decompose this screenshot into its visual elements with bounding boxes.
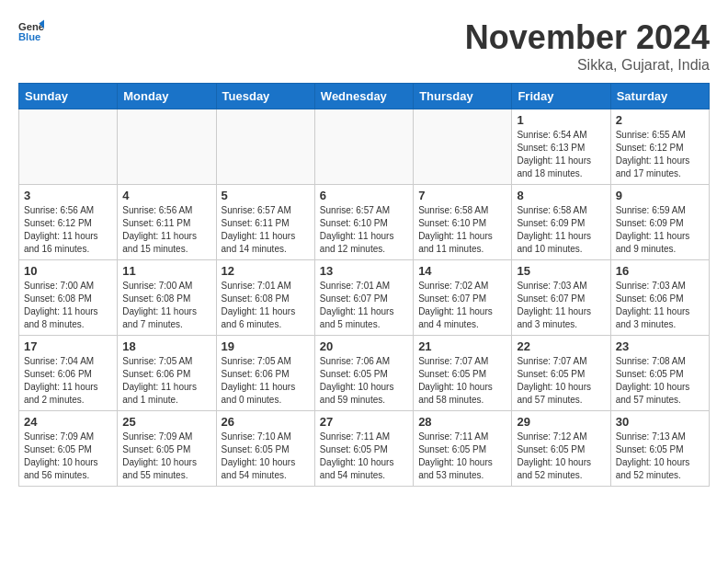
day-number: 17 [24,339,112,353]
calendar-cell: 19Sunrise: 7:05 AM Sunset: 6:06 PM Dayli… [216,336,314,411]
location-subtitle: Sikka, Gujarat, India [465,57,710,74]
calendar-cell [314,109,413,185]
calendar-cell: 29Sunrise: 7:12 AM Sunset: 6:05 PM Dayli… [512,411,610,487]
svg-text:General: General [18,21,44,32]
day-number: 1 [517,113,605,127]
day-number: 14 [418,264,506,278]
calendar-cell [216,109,314,185]
day-info: Sunrise: 6:56 AM Sunset: 6:11 PM Dayligh… [122,204,210,256]
calendar-week-3: 10Sunrise: 7:00 AM Sunset: 6:08 PM Dayli… [19,260,710,336]
weekday-header-row: SundayMondayTuesdayWednesdayThursdayFrid… [19,84,710,109]
day-number: 26 [222,415,310,429]
day-info: Sunrise: 7:08 AM Sunset: 6:05 PM Dayligh… [616,355,704,407]
day-number: 24 [24,415,112,429]
weekday-header-friday: Friday [512,84,610,109]
day-number: 9 [616,189,704,202]
calendar-cell: 11Sunrise: 7:00 AM Sunset: 6:08 PM Dayli… [118,260,216,336]
calendar-cell: 17Sunrise: 7:04 AM Sunset: 6:06 PM Dayli… [19,336,118,411]
day-info: Sunrise: 7:10 AM Sunset: 6:05 PM Dayligh… [222,431,310,482]
day-number: 16 [616,264,704,278]
day-number: 29 [517,415,605,429]
day-info: Sunrise: 7:03 AM Sunset: 6:07 PM Dayligh… [517,280,605,331]
day-number: 6 [320,189,408,202]
day-info: Sunrise: 7:00 AM Sunset: 6:08 PM Dayligh… [122,280,210,331]
calendar-cell: 12Sunrise: 7:01 AM Sunset: 6:08 PM Dayli… [216,260,314,336]
day-info: Sunrise: 7:06 AM Sunset: 6:05 PM Dayligh… [320,355,408,407]
month-title: November 2024 [465,18,710,57]
day-number: 22 [517,339,605,353]
day-info: Sunrise: 7:05 AM Sunset: 6:06 PM Dayligh… [222,355,310,407]
day-info: Sunrise: 7:07 AM Sunset: 6:05 PM Dayligh… [418,355,506,407]
day-number: 20 [320,339,408,353]
calendar-cell: 1Sunrise: 6:54 AM Sunset: 6:13 PM Daylig… [512,109,610,185]
day-number: 5 [222,189,310,202]
weekday-header-monday: Monday [118,84,216,109]
day-info: Sunrise: 6:56 AM Sunset: 6:12 PM Dayligh… [24,204,112,256]
day-number: 27 [320,415,408,429]
day-number: 30 [616,415,704,429]
day-info: Sunrise: 7:09 AM Sunset: 6:05 PM Dayligh… [24,431,112,482]
calendar-cell: 16Sunrise: 7:03 AM Sunset: 6:06 PM Dayli… [610,260,709,336]
day-info: Sunrise: 7:01 AM Sunset: 6:07 PM Dayligh… [320,280,408,331]
calendar-cell: 4Sunrise: 6:56 AM Sunset: 6:11 PM Daylig… [118,185,216,260]
day-info: Sunrise: 6:57 AM Sunset: 6:11 PM Dayligh… [222,204,310,256]
calendar-cell: 2Sunrise: 6:55 AM Sunset: 6:12 PM Daylig… [610,109,709,185]
calendar-cell: 25Sunrise: 7:09 AM Sunset: 6:05 PM Dayli… [118,411,216,487]
calendar-table: SundayMondayTuesdayWednesdayThursdayFrid… [18,83,710,487]
day-number: 15 [517,264,605,278]
day-info: Sunrise: 7:04 AM Sunset: 6:06 PM Dayligh… [24,355,112,407]
calendar-cell: 23Sunrise: 7:08 AM Sunset: 6:05 PM Dayli… [610,336,709,411]
calendar-cell: 7Sunrise: 6:58 AM Sunset: 6:10 PM Daylig… [414,185,512,260]
logo: General Blue [18,18,44,44]
day-number: 23 [616,339,704,353]
calendar-cell: 9Sunrise: 6:59 AM Sunset: 6:09 PM Daylig… [610,185,709,260]
calendar-cell: 20Sunrise: 7:06 AM Sunset: 6:05 PM Dayli… [314,336,413,411]
day-info: Sunrise: 6:57 AM Sunset: 6:10 PM Dayligh… [320,204,408,256]
calendar-week-4: 17Sunrise: 7:04 AM Sunset: 6:06 PM Dayli… [19,336,710,411]
day-number: 2 [616,113,704,127]
calendar-cell: 27Sunrise: 7:11 AM Sunset: 6:05 PM Dayli… [314,411,413,487]
logo-icon: General Blue [18,18,44,44]
calendar-cell: 8Sunrise: 6:58 AM Sunset: 6:09 PM Daylig… [512,185,610,260]
calendar-cell [118,109,216,185]
day-info: Sunrise: 7:01 AM Sunset: 6:08 PM Dayligh… [222,280,310,331]
page-header: General Blue November 2024 Sikka, Gujara… [18,18,710,74]
weekday-header-saturday: Saturday [610,84,709,109]
calendar-cell: 3Sunrise: 6:56 AM Sunset: 6:12 PM Daylig… [19,185,118,260]
day-info: Sunrise: 7:00 AM Sunset: 6:08 PM Dayligh… [24,280,112,331]
day-info: Sunrise: 6:55 AM Sunset: 6:12 PM Dayligh… [616,129,704,180]
day-info: Sunrise: 7:09 AM Sunset: 6:05 PM Dayligh… [122,431,210,482]
calendar-cell: 21Sunrise: 7:07 AM Sunset: 6:05 PM Dayli… [414,336,512,411]
day-number: 13 [320,264,408,278]
day-info: Sunrise: 6:58 AM Sunset: 6:09 PM Dayligh… [517,204,605,256]
day-number: 19 [222,339,310,353]
day-info: Sunrise: 6:58 AM Sunset: 6:10 PM Dayligh… [418,204,506,256]
day-number: 8 [517,189,605,202]
day-number: 28 [418,415,506,429]
calendar-cell: 10Sunrise: 7:00 AM Sunset: 6:08 PM Dayli… [19,260,118,336]
calendar-week-1: 1Sunrise: 6:54 AM Sunset: 6:13 PM Daylig… [19,109,710,185]
day-number: 10 [24,264,112,278]
day-info: Sunrise: 7:07 AM Sunset: 6:05 PM Dayligh… [517,355,605,407]
svg-text:Blue: Blue [18,31,40,42]
day-info: Sunrise: 7:11 AM Sunset: 6:05 PM Dayligh… [320,431,408,482]
calendar-cell: 5Sunrise: 6:57 AM Sunset: 6:11 PM Daylig… [216,185,314,260]
day-info: Sunrise: 7:05 AM Sunset: 6:06 PM Dayligh… [122,355,210,407]
day-number: 21 [418,339,506,353]
calendar-cell: 13Sunrise: 7:01 AM Sunset: 6:07 PM Dayli… [314,260,413,336]
calendar-cell: 15Sunrise: 7:03 AM Sunset: 6:07 PM Dayli… [512,260,610,336]
day-info: Sunrise: 6:54 AM Sunset: 6:13 PM Dayligh… [517,129,605,180]
day-number: 7 [418,189,506,202]
calendar-cell [19,109,118,185]
day-number: 4 [122,189,210,202]
weekday-header-thursday: Thursday [414,84,512,109]
weekday-header-wednesday: Wednesday [314,84,413,109]
weekday-header-sunday: Sunday [19,84,118,109]
weekday-header-tuesday: Tuesday [216,84,314,109]
calendar-cell: 6Sunrise: 6:57 AM Sunset: 6:10 PM Daylig… [314,185,413,260]
calendar-cell: 22Sunrise: 7:07 AM Sunset: 6:05 PM Dayli… [512,336,610,411]
day-info: Sunrise: 7:02 AM Sunset: 6:07 PM Dayligh… [418,280,506,331]
day-number: 25 [122,415,210,429]
day-number: 12 [222,264,310,278]
day-info: Sunrise: 7:12 AM Sunset: 6:05 PM Dayligh… [517,431,605,482]
